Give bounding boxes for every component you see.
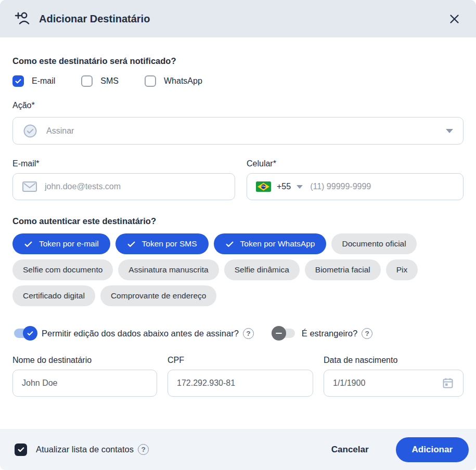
action-select-value: Assinar — [46, 126, 437, 136]
calendar-icon[interactable] — [442, 377, 454, 389]
action-select[interactable]: Assinar — [12, 117, 464, 145]
notify-option-label: E-mail — [32, 76, 55, 86]
auth-chip-label: Token por e-mail — [39, 239, 99, 249]
auth-chip[interactable]: Assinatura manuscrita — [118, 259, 218, 280]
help-icon[interactable]: ? — [243, 328, 254, 339]
allow-edit-toggle[interactable] — [12, 326, 36, 341]
email-input[interactable] — [45, 182, 226, 191]
foreigner-toggle[interactable] — [273, 326, 297, 341]
add-button[interactable]: Adicionar — [396, 437, 469, 462]
auth-chip-label: Pix — [396, 265, 408, 275]
auth-chip-label: Comprovante de endereço — [111, 291, 207, 301]
auth-chip[interactable]: Pix — [386, 259, 418, 280]
auth-chip-label: Assinatura manuscrita — [128, 265, 208, 275]
auth-chip[interactable]: Documento oficial — [331, 233, 416, 254]
notify-options: E-mail SMS WhatsApp — [12, 75, 464, 87]
auth-chip-label: Token por WhatsApp — [240, 239, 315, 249]
notify-option[interactable]: E-mail — [12, 75, 55, 87]
checkbox-icon — [12, 75, 24, 87]
auth-chip[interactable]: Certificado digital — [12, 285, 95, 306]
notify-option-label: WhatsApp — [164, 76, 202, 86]
auth-chips: Token por e-mail Token por SMS Token por… — [12, 233, 464, 306]
auth-chip[interactable]: Token por WhatsApp — [214, 233, 327, 254]
help-icon[interactable]: ? — [362, 328, 372, 339]
action-label: Ação* — [12, 101, 464, 110]
circle-check-icon — [23, 124, 37, 138]
birthdate-label: Data de nascimento — [324, 356, 464, 365]
auth-chip-label: Token por SMS — [142, 239, 197, 249]
name-input[interactable] — [22, 378, 148, 388]
auth-chip-label: Biometria facial — [315, 265, 370, 275]
auth-chip-label: Selfie dinâmica — [235, 265, 289, 275]
modal-title: Adicionar Destinatário — [39, 13, 150, 25]
email-input-box — [12, 173, 235, 200]
close-icon[interactable] — [446, 11, 462, 27]
country-code-value: +55 — [277, 182, 291, 191]
birthdate-field-group: Data de nascimento — [324, 356, 464, 397]
notify-question: Como este destinatário será notificado? — [12, 56, 464, 66]
cancel-button[interactable]: Cancelar — [328, 444, 372, 455]
auth-chip[interactable]: Selfie dinâmica — [224, 259, 300, 280]
phone-field-group: Celular* +55 — [247, 159, 464, 200]
update-contacts-label: Atualizar lista de contatos — [36, 445, 134, 454]
modal-header: Adicionar Destinatário — [0, 0, 476, 37]
auth-chip[interactable]: Comprovante de endereço — [100, 285, 217, 306]
allow-edit-label: Permitir edição dos dados abaixo antes d… — [42, 329, 239, 338]
cpf-label: CPF — [168, 356, 313, 365]
auth-chip-label: Documento oficial — [342, 239, 406, 249]
toggle-knob — [23, 326, 37, 341]
phone-input[interactable] — [310, 182, 454, 191]
cpf-input-box — [168, 370, 313, 397]
auth-chip[interactable]: Biometria facial — [305, 259, 381, 280]
brazil-flag-icon — [256, 181, 271, 192]
person-add-icon — [14, 10, 30, 27]
auth-chip-label: Certificado digital — [23, 291, 85, 301]
auth-question: Como autenticar este destinatário? — [12, 216, 464, 226]
chevron-down-icon — [297, 185, 303, 189]
chevron-down-icon — [446, 129, 453, 133]
auth-chip[interactable]: Token por SMS — [115, 233, 209, 254]
toggles-row: Permitir edição dos dados abaixo antes d… — [12, 326, 464, 341]
auth-chip-label: Selfie com documento — [23, 265, 102, 275]
update-contacts-checkbox[interactable] — [15, 443, 27, 456]
cpf-field-group: CPF — [168, 356, 313, 397]
auth-chip[interactable]: Token por e-mail — [12, 233, 110, 254]
cpf-input[interactable] — [177, 378, 304, 388]
notify-option[interactable]: SMS — [81, 75, 119, 87]
checkbox-icon — [145, 75, 156, 87]
envelope-icon — [22, 180, 37, 193]
person-fields-row: Nome do destinatário CPF Data de nascime… — [12, 356, 464, 397]
country-code-select[interactable]: +55 — [256, 181, 303, 192]
help-icon[interactable]: ? — [138, 444, 149, 455]
name-label: Nome do destinatário — [12, 356, 157, 365]
foreigner-group: É estrangeiro? ? — [273, 326, 372, 341]
notify-option[interactable]: WhatsApp — [145, 75, 202, 87]
birthdate-input[interactable] — [333, 378, 434, 388]
add-recipient-modal: Adicionar Destinatário Como este destina… — [0, 0, 476, 470]
modal-header-left: Adicionar Destinatário — [14, 10, 446, 27]
auth-chip[interactable]: Selfie com documento — [12, 259, 113, 280]
phone-label: Celular* — [247, 159, 464, 168]
foreigner-label: É estrangeiro? — [302, 329, 357, 338]
contact-fields-row: E-mail* Celular* — [12, 159, 464, 200]
modal-body: Como este destinatário será notificado? … — [0, 37, 476, 429]
notify-option-label: SMS — [100, 76, 119, 86]
name-input-box — [12, 370, 157, 397]
birthdate-input-box — [324, 370, 464, 397]
toggle-knob — [272, 326, 286, 341]
modal-footer: Atualizar lista de contatos ? Cancelar A… — [0, 429, 476, 470]
phone-input-box: +55 — [247, 173, 464, 200]
checkbox-icon — [81, 75, 93, 87]
name-field-group: Nome do destinatário — [12, 356, 157, 397]
email-label: E-mail* — [12, 159, 235, 168]
minus-icon — [276, 333, 282, 334]
email-field-group: E-mail* — [12, 159, 235, 200]
